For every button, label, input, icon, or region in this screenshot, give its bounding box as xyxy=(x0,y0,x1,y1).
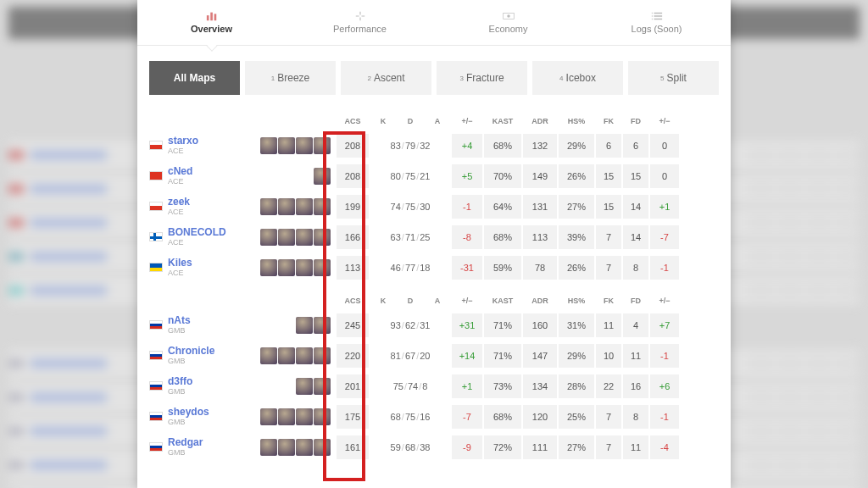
stat-cell: 15 xyxy=(596,195,621,219)
map-tab-ascent[interactable]: 2Ascent xyxy=(341,61,431,95)
player-row: KilesACE11346/77/18-3159%7826%78-1 xyxy=(149,252,719,283)
col-header[interactable]: A xyxy=(424,297,451,305)
agent-icon xyxy=(314,259,331,276)
flag-icon xyxy=(149,171,163,180)
map-tab-fracture[interactable]: 3Fracture xyxy=(437,61,527,95)
col-header[interactable]: ACS xyxy=(336,117,370,125)
map-tab-all-maps[interactable]: All Maps xyxy=(149,61,240,95)
stat-cell-kda: 59/68/38 xyxy=(370,435,450,459)
col-header[interactable]: A xyxy=(424,117,451,125)
stat-cell: 208 xyxy=(337,134,369,158)
map-tabs: All Maps1Breeze2Ascent3Fracture4Icebox5S… xyxy=(137,46,731,112)
col-header[interactable]: FD xyxy=(622,297,649,305)
col-header[interactable]: HS% xyxy=(558,297,595,305)
team-tag: GMB xyxy=(168,449,203,458)
col-header[interactable]: FD xyxy=(622,117,649,125)
agent-icon xyxy=(296,408,313,425)
agent-icons xyxy=(251,168,336,185)
stat-cell: 6 xyxy=(596,134,621,158)
stat-cell: 113 xyxy=(523,225,557,249)
player-link[interactable]: starxo xyxy=(168,136,198,147)
stat-cell: 70% xyxy=(484,164,521,188)
col-header[interactable]: +/− xyxy=(451,117,483,125)
stat-cell-kda: 46/77/18 xyxy=(370,256,450,280)
flag-icon xyxy=(149,351,163,360)
player-link[interactable]: Chronicle xyxy=(168,346,214,357)
stat-cell: 6 xyxy=(623,134,648,158)
player-link[interactable]: BONECOLD xyxy=(168,227,226,238)
player-info: BONECOLDACE xyxy=(149,227,251,247)
tab-logs[interactable]: Logs (Soon) xyxy=(582,0,731,45)
team-tag: ACE xyxy=(168,269,192,278)
col-header[interactable]: +/− xyxy=(649,297,680,305)
stat-cell: +1 xyxy=(650,195,679,219)
stat-cell: 68% xyxy=(484,134,521,158)
stat-cell: 28% xyxy=(559,374,594,398)
agent-icon xyxy=(314,168,331,185)
map-tab-icebox[interactable]: 4Icebox xyxy=(532,61,623,95)
stat-cell: 27% xyxy=(559,195,594,219)
agent-icon xyxy=(314,347,331,364)
col-header[interactable]: +/− xyxy=(451,297,483,305)
stat-cell-kda: 68/75/16 xyxy=(370,405,450,429)
col-header[interactable]: KAST xyxy=(483,297,522,305)
map-tab-breeze[interactable]: 1Breeze xyxy=(245,61,336,95)
stat-cell: 8 xyxy=(623,256,648,280)
team-tag: ACE xyxy=(168,239,226,247)
col-header[interactable]: FK xyxy=(595,117,622,125)
player-link[interactable]: Kiles xyxy=(168,258,192,269)
player-link[interactable]: cNed xyxy=(168,166,192,177)
stat-cell: 26% xyxy=(559,256,594,280)
agent-icon xyxy=(296,378,313,395)
agent-icons xyxy=(251,378,336,395)
agent-icon xyxy=(296,439,313,456)
stat-cell: 7 xyxy=(596,225,621,249)
map-tab-split[interactable]: 5Split xyxy=(628,61,719,95)
stat-cell: 71% xyxy=(484,344,521,368)
stat-cell: 39% xyxy=(559,225,594,249)
stat-cell: 11 xyxy=(596,313,621,337)
col-header[interactable]: +/− xyxy=(649,117,680,125)
col-header[interactable]: ACS xyxy=(336,297,370,305)
stat-cell: +6 xyxy=(650,374,679,398)
player-link[interactable]: nAts xyxy=(168,315,191,326)
agent-icon xyxy=(296,317,313,334)
stat-cell: 7 xyxy=(596,405,621,429)
crosshair-icon xyxy=(354,11,366,21)
stats-panel: Overview Performance Economy Logs (Soon)… xyxy=(137,0,731,488)
agent-icon xyxy=(278,259,295,276)
tab-performance[interactable]: Performance xyxy=(286,0,434,45)
col-header[interactable]: K xyxy=(370,297,397,305)
player-info: cNedACE xyxy=(149,166,251,186)
player-row: nAtsGMB24593/62/31+3171%16031%114+7 xyxy=(149,310,719,341)
stat-cell: 11 xyxy=(623,344,648,368)
tab-label: Performance xyxy=(333,24,387,34)
col-header[interactable]: D xyxy=(397,117,424,125)
col-header[interactable]: D xyxy=(397,297,424,305)
player-row: starxoACE20883/79/32+468%13229%660 xyxy=(149,130,719,161)
stat-cell: 59% xyxy=(484,256,521,280)
col-header[interactable]: KAST xyxy=(483,117,522,125)
col-header[interactable]: K xyxy=(370,117,397,125)
player-link[interactable]: zeek xyxy=(168,197,190,208)
player-info: zeekACE xyxy=(149,197,251,216)
stat-cell-kda: 81/67/20 xyxy=(370,344,450,368)
player-link[interactable]: sheydos xyxy=(168,407,209,418)
stat-cell: 132 xyxy=(523,134,557,158)
stat-cell: 7 xyxy=(596,435,621,459)
player-link[interactable]: d3ffo xyxy=(168,376,192,387)
tab-economy[interactable]: Economy xyxy=(434,0,582,45)
col-header[interactable]: ADR xyxy=(522,297,558,305)
agent-icon xyxy=(296,347,313,364)
stat-cell: +1 xyxy=(452,374,482,398)
col-header[interactable]: HS% xyxy=(558,117,595,125)
stat-header: ACSKDA+/−KASTADRHS%FKFD+/− xyxy=(149,112,719,130)
col-header[interactable]: ADR xyxy=(522,117,558,125)
flag-icon xyxy=(149,381,163,391)
stat-cell: 149 xyxy=(523,164,557,188)
agent-icon xyxy=(260,198,277,215)
col-header[interactable]: FK xyxy=(595,297,622,305)
agent-icons xyxy=(251,439,336,456)
player-link[interactable]: Redgar xyxy=(168,437,203,448)
tab-overview[interactable]: Overview xyxy=(137,0,286,45)
